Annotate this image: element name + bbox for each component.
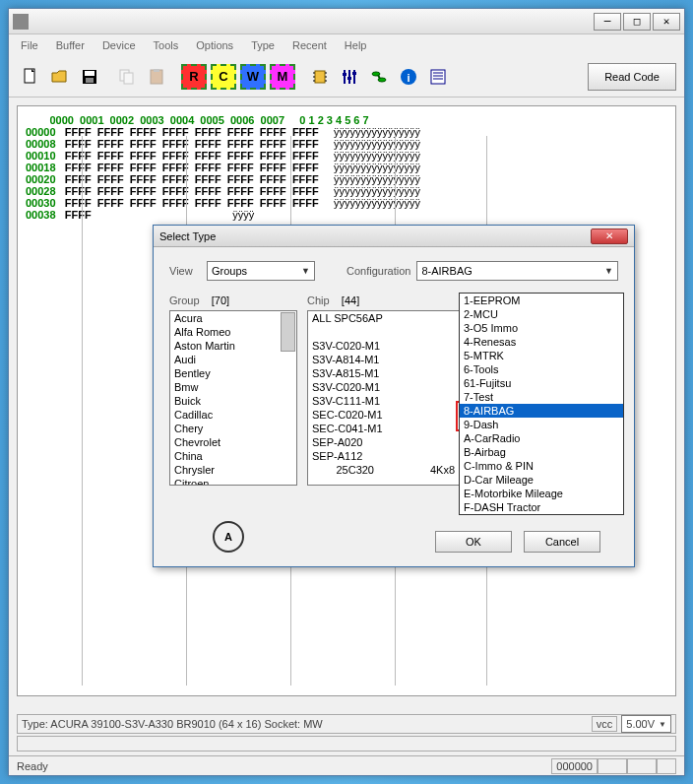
toolbar: R C W M i Read Code (9, 56, 684, 98)
svg-rect-20 (352, 72, 356, 75)
counter-status: 000000 (551, 758, 598, 774)
write-chip-button[interactable]: W (240, 64, 266, 90)
group-item[interactable]: Chevrolet (170, 435, 296, 449)
config-option[interactable]: 6-Tools (460, 362, 623, 376)
hex-row: 00038 FFFF ÿÿÿÿ (26, 209, 667, 221)
config-option[interactable]: 4-Renesas (460, 335, 623, 349)
scrollbar-thumb[interactable] (281, 312, 295, 352)
menu-tools[interactable]: Tools (146, 37, 187, 53)
group-item[interactable]: Buick (170, 394, 296, 408)
svg-rect-26 (431, 70, 445, 84)
chip-label: Chip (307, 294, 330, 306)
read-code-button[interactable]: Read Code (588, 63, 676, 91)
paste-icon[interactable] (143, 63, 170, 91)
settings-sliders-icon[interactable] (336, 63, 363, 91)
group-item[interactable]: Aston Martin (170, 339, 296, 353)
compare-chip-button[interactable]: C (211, 64, 236, 90)
group-item[interactable]: Acura (170, 311, 296, 325)
hex-row: 00028 FFFF FFFF FFFF FFFF FFFF FFFF FFFF… (26, 185, 667, 197)
type-status: Type: ACURA 39100-S3V-A330 BR9010 (64 x … (22, 718, 323, 730)
ready-status: Ready (17, 760, 48, 772)
vcc-label: vcc (592, 716, 618, 732)
menu-file[interactable]: File (13, 37, 46, 53)
ok-button[interactable]: OK (435, 531, 512, 553)
open-icon[interactable] (46, 63, 74, 91)
group-item[interactable]: Chrysler (170, 463, 296, 477)
svg-rect-2 (85, 71, 94, 76)
connect-icon[interactable] (365, 63, 393, 91)
config-option[interactable]: B-Airbag (460, 445, 623, 459)
config-option[interactable]: E-Motorbike Mileage (460, 487, 623, 500)
svg-rect-6 (151, 70, 162, 84)
group-item[interactable]: Alfa Romeo (170, 325, 296, 339)
list-icon[interactable] (424, 63, 452, 91)
config-label: Configuration (346, 265, 410, 277)
view-select[interactable]: Groups▼ (207, 261, 315, 281)
dialog-titlebar: Select Type ✕ (154, 226, 634, 247)
save-icon[interactable] (76, 63, 103, 91)
hex-row: 00008 FFFF FFFF FFFF FFFF FFFF FFFF FFFF… (26, 138, 667, 150)
chip-config-icon[interactable] (306, 63, 334, 91)
svg-rect-19 (347, 77, 351, 80)
config-option[interactable]: 9-Dash (460, 418, 623, 431)
menu-buffer[interactable]: Buffer (48, 37, 93, 53)
group-item[interactable]: China (170, 449, 296, 463)
config-option[interactable]: 5-MTRK (460, 349, 623, 362)
copy-icon[interactable] (113, 63, 141, 91)
config-option[interactable]: 7-Test (460, 390, 623, 404)
svg-rect-5 (124, 73, 133, 84)
config-option[interactable]: 8-AIRBAG (460, 404, 623, 418)
read-chip-button[interactable]: R (181, 64, 207, 90)
menu-help[interactable]: Help (337, 37, 375, 53)
statusbar: Type: ACURA 39100-S3V-A330 BR9010 (64 x … (9, 714, 684, 753)
group-listbox[interactable]: AcuraAlfa RomeoAston MartinAudiBentleyBm… (169, 310, 297, 486)
new-icon[interactable] (17, 63, 44, 91)
hex-row: 00000 FFFF FFFF FFFF FFFF FFFF FFFF FFFF… (26, 126, 667, 138)
bottom-status: Ready 000000 (9, 755, 684, 775)
menu-options[interactable]: Options (188, 37, 241, 53)
group-item[interactable]: Bentley (170, 366, 296, 380)
modify-chip-button[interactable]: M (270, 64, 295, 90)
dialog-title: Select Type (159, 230, 591, 242)
menu-device[interactable]: Device (94, 37, 144, 53)
vcc-select[interactable]: 5.00V▼ (621, 715, 671, 733)
maximize-button[interactable]: □ (623, 13, 651, 31)
config-option[interactable]: 2-MCU (460, 307, 623, 321)
hex-row: 00020 FFFF FFFF FFFF FFFF FFFF FFFF FFFF… (26, 173, 667, 185)
info-icon[interactable]: i (395, 63, 422, 91)
dialog-close-button[interactable]: ✕ (591, 229, 628, 244)
config-option[interactable]: F-DASH Tractor (460, 500, 623, 514)
hex-row: 00010 FFFF FFFF FFFF FFFF FFFF FFFF FFFF… (26, 150, 667, 162)
config-option[interactable]: A-CarRadio (460, 431, 623, 445)
hex-header: 0000 0001 0002 0003 0004 0005 0006 0007 … (26, 114, 667, 126)
svg-rect-18 (343, 73, 346, 76)
group-item[interactable]: Bmw (170, 380, 296, 394)
menu-recent[interactable]: Recent (284, 37, 335, 53)
menubar: FileBufferDeviceToolsOptionsTypeRecentHe… (9, 34, 684, 56)
group-item[interactable]: Cadillac (170, 408, 296, 422)
view-label: View (169, 265, 201, 277)
group-label: Group (169, 294, 200, 306)
app-icon (13, 14, 29, 30)
titlebar: ─ □ ✕ (9, 9, 684, 34)
config-option[interactable]: D-Car Mileage (460, 473, 623, 487)
config-dropdown[interactable]: 1-EEPROM2-MCU3-O5 Immo4-Renesas5-MTRK6-T… (459, 293, 624, 515)
select-type-dialog: Select Type ✕ View Groups▼ Configuration… (153, 225, 635, 567)
cancel-button[interactable]: Cancel (524, 531, 600, 553)
config-option[interactable]: 3-O5 Immo (460, 321, 623, 335)
group-item[interactable]: Citroen (170, 477, 296, 486)
menu-type[interactable]: Type (243, 37, 283, 53)
brand-logo: A (213, 521, 244, 553)
svg-rect-3 (86, 78, 94, 83)
svg-text:i: i (407, 72, 410, 84)
config-option[interactable]: 1-EEPROM (460, 294, 623, 307)
config-option[interactable]: 61-Fujitsu (460, 376, 623, 390)
config-select[interactable]: 8-AIRBAG▼ (416, 261, 618, 281)
group-item[interactable]: Audi (170, 353, 296, 366)
config-option[interactable]: C-Immo & PIN (460, 459, 623, 473)
group-item[interactable]: Chery (170, 422, 296, 435)
minimize-button[interactable]: ─ (594, 13, 621, 31)
svg-rect-7 (154, 69, 159, 72)
svg-rect-8 (315, 71, 325, 83)
close-button[interactable]: ✕ (653, 13, 680, 31)
